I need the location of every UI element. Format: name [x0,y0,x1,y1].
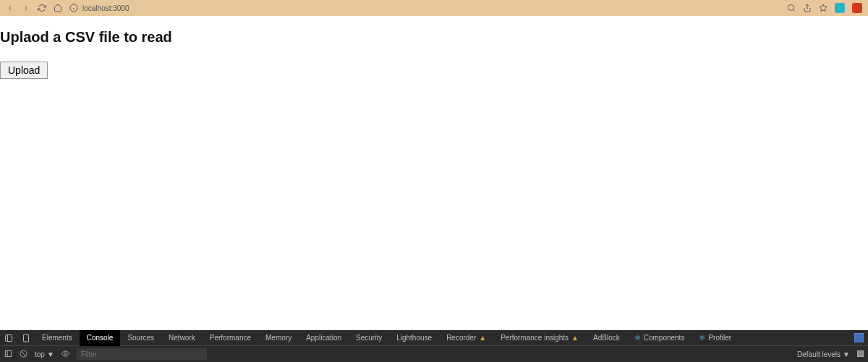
tab-lighthouse[interactable]: Lighthouse [389,330,439,346]
page-content: Uplaod a CSV file to read Upload [0,16,868,330]
info-icon[interactable] [69,4,78,12]
devtools-tabs: Elements Console Sources Network Perform… [0,330,868,346]
console-sidebar-toggle-icon[interactable] [4,350,12,359]
tab-console[interactable]: Console [80,330,121,346]
devtools-panel: Elements Console Sources Network Perform… [0,330,868,362]
tab-recorder[interactable]: Recorder ▲ [439,330,493,346]
svg-line-12 [21,351,25,355]
svg-rect-8 [24,334,29,342]
inspect-icon[interactable] [0,334,17,342]
device-toolbar-icon[interactable] [17,334,35,342]
filter-input[interactable] [77,348,207,360]
tab-profiler[interactable]: ⚛ Profiler [692,330,739,346]
tab-application[interactable]: Application [299,330,349,346]
tab-network[interactable]: Network [161,330,203,346]
tab-performance-insights[interactable]: Performance insights ▲ [493,330,586,346]
tab-memory[interactable]: Memory [258,330,299,346]
browser-toolbar: localhost:3000 [0,0,868,16]
tab-security[interactable]: Security [349,330,389,346]
extension-icon[interactable] [835,3,845,13]
console-toolbar: top ▼ Default levels ▼ [0,346,868,362]
svg-point-13 [64,353,67,355]
back-icon[interactable] [6,4,14,12]
zoom-icon[interactable] [787,4,796,12]
opera-icon[interactable] [852,3,862,13]
tab-sources[interactable]: Sources [120,330,161,346]
share-icon[interactable] [803,4,812,12]
svg-rect-7 [6,334,12,341]
svg-line-4 [793,9,794,11]
svg-rect-9 [5,350,11,356]
reload-icon[interactable] [38,4,46,12]
svg-marker-6 [820,4,827,12]
tab-adblock[interactable]: AdBlock [586,330,627,346]
eye-icon[interactable] [61,350,69,359]
star-icon[interactable] [819,4,827,12]
clear-console-icon[interactable] [20,350,27,359]
settings-gear-icon[interactable] [857,350,864,358]
devtools-settings-icon[interactable] [850,333,868,342]
tab-components[interactable]: ⚛ Components [627,330,692,346]
tab-elements[interactable]: Elements [35,330,80,346]
home-icon[interactable] [54,4,62,12]
url-text[interactable]: localhost:3000 [82,4,129,12]
tab-performance[interactable]: Performance [203,330,258,346]
context-selector[interactable]: top ▼ [35,350,54,358]
page-heading: Uplaod a CSV file to read [0,29,868,46]
log-levels-dropdown[interactable]: Default levels ▼ [797,350,850,358]
svg-point-3 [788,5,794,11]
forward-icon[interactable] [22,4,30,12]
upload-button[interactable]: Upload [0,62,48,79]
